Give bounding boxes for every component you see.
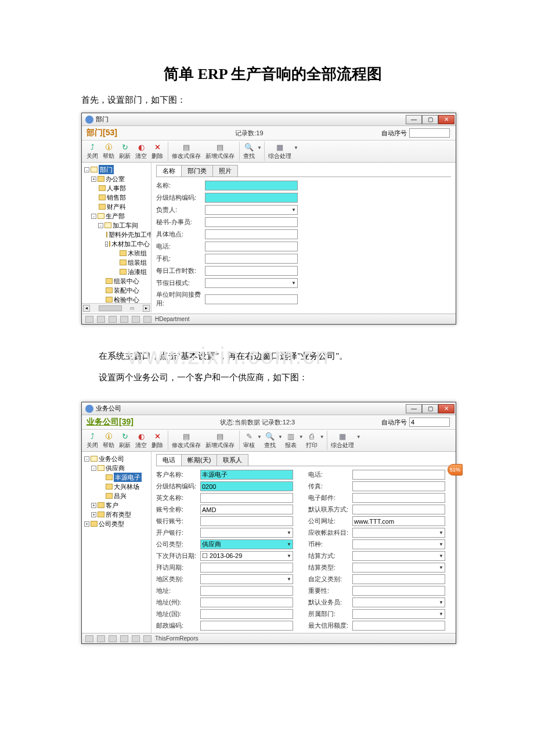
minimize-button[interactable]: —	[406, 404, 422, 413]
tree-node[interactable]: 大兴林场	[98, 482, 150, 491]
text-input[interactable]	[352, 621, 445, 631]
dropdown-caret-icon[interactable]: ▼	[320, 431, 324, 440]
department-tree[interactable]: -部门+办公室人事部销售部财产科-生产部-加工车间塑料外壳加工中-木材加工中心木…	[82, 163, 151, 312]
toolbar-清空[interactable]: ◐清空	[133, 142, 149, 161]
text-input[interactable]: AMD	[200, 505, 293, 514]
tree-node[interactable]: +办公室	[91, 174, 150, 183]
text-input[interactable]	[200, 493, 293, 503]
tree-label[interactable]: 塑料外壳加工中	[109, 230, 151, 239]
text-input[interactable]	[205, 294, 298, 304]
tree-label[interactable]: 组装组	[128, 258, 147, 267]
toolbar-打印[interactable]: ⎙打印	[304, 431, 320, 450]
tree-expand-icon[interactable]: -	[91, 466, 96, 471]
text-input[interactable]	[205, 229, 298, 239]
select-input[interactable]: ▼	[352, 597, 445, 607]
tree-node[interactable]: 财产科	[91, 202, 150, 211]
minimize-button[interactable]: —	[406, 115, 422, 124]
text-input[interactable]	[200, 563, 293, 573]
tree-node[interactable]: -木材加工中心	[105, 239, 150, 249]
text-input[interactable]	[200, 609, 293, 619]
scroll-thumb[interactable]	[99, 305, 122, 311]
text-input[interactable]	[352, 470, 445, 480]
select-input[interactable]: ▼	[205, 278, 298, 288]
tree-node[interactable]: 装配中心	[98, 286, 150, 295]
tree-expand-icon[interactable]: +	[91, 177, 96, 182]
select-input[interactable]: 供应商▼	[200, 539, 293, 549]
select-input[interactable]: ☐ 2013-06-29▼	[200, 551, 293, 561]
company-tree[interactable]: -业务公司-供应商丰源电子大兴林场昌兴+客户+所有类型+公司类型	[82, 452, 151, 633]
toolbar-帮助[interactable]: 🛈帮助	[100, 142, 117, 161]
tree-label[interactable]: 办公室	[106, 174, 125, 183]
dropdown-caret-icon[interactable]: ▼	[356, 431, 361, 440]
tab-帐期(天)[interactable]: 帐期(天)	[181, 454, 217, 466]
tree-expand-icon[interactable]: -	[98, 223, 103, 228]
text-input[interactable]	[352, 574, 445, 584]
dropdown-caret-icon[interactable]: ▼	[257, 142, 262, 150]
close-button[interactable]: ✕	[438, 115, 454, 124]
tree-scrollbar[interactable]: ◂ m ▸	[82, 303, 151, 312]
tree-label[interactable]: 加工车间	[113, 221, 138, 230]
tree-node[interactable]: -生产部	[91, 211, 150, 221]
tree-expand-icon[interactable]: -	[84, 167, 89, 172]
tree-label[interactable]: 木班组	[128, 249, 147, 258]
text-input[interactable]: www.TTT.com	[352, 516, 445, 526]
tree-node[interactable]: 丰源电子	[98, 473, 150, 482]
select-input[interactable]: ▼	[205, 205, 298, 215]
tree-expand-icon[interactable]: -	[105, 242, 108, 247]
toolbar-审核[interactable]: ✎审核	[239, 431, 257, 450]
toolbar-修改式保存[interactable]: ▤修改式保存	[168, 142, 203, 161]
select-input[interactable]: ▼	[352, 609, 445, 619]
dropdown-caret-icon[interactable]: ▼	[278, 431, 283, 440]
select-input[interactable]: ▼	[200, 528, 293, 538]
tree-node[interactable]: 塑料外壳加工中	[105, 230, 150, 239]
toolbar-删除[interactable]: ✕删除	[149, 431, 165, 450]
tree-label[interactable]: 公司类型	[99, 519, 124, 528]
text-input[interactable]	[205, 193, 298, 203]
tree-expand-icon[interactable]: -	[84, 456, 89, 462]
tree-label[interactable]: 组装中心	[114, 276, 139, 286]
toolbar-综合处理[interactable]: ▦综合处理	[327, 431, 356, 450]
tree-label[interactable]: 财产科	[107, 202, 126, 211]
tab-部门类[interactable]: 部门类	[181, 165, 213, 177]
text-input[interactable]	[352, 493, 445, 503]
toolbar-查找[interactable]: 🔍查找	[239, 142, 257, 161]
maximize-button[interactable]: ▢	[422, 115, 438, 124]
text-input[interactable]: 0200	[200, 481, 293, 491]
toolbar-刷新[interactable]: ↻刷新	[117, 142, 133, 161]
text-input[interactable]	[200, 621, 293, 631]
auto-seq-input[interactable]	[409, 128, 450, 138]
tree-node[interactable]: 油漆组	[112, 267, 150, 276]
tree-node[interactable]: -部门	[84, 165, 150, 174]
toolbar-关闭[interactable]: ⤴关闭	[84, 431, 100, 450]
toolbar-查找[interactable]: 🔍查找	[262, 431, 278, 450]
maximize-button[interactable]: ▢	[422, 404, 438, 413]
select-input[interactable]: ▼	[200, 574, 293, 584]
tree-expand-icon[interactable]: +	[84, 521, 89, 527]
tree-label[interactable]: 木材加工中心	[111, 239, 150, 249]
toolbar-帮助[interactable]: 🛈帮助	[100, 431, 117, 450]
toolbar-删除[interactable]: ✕删除	[149, 142, 165, 161]
tree-label[interactable]: 油漆组	[128, 267, 147, 276]
tab-联系人[interactable]: 联系人	[217, 454, 248, 466]
tree-node[interactable]: -供应商	[91, 463, 150, 473]
tree-label[interactable]: 生产部	[106, 211, 125, 221]
toolbar-清空[interactable]: ◐清空	[133, 431, 149, 450]
toolbar-新增式保存[interactable]: ▤新增式保存	[203, 431, 237, 450]
tree-label[interactable]: 业务公司	[99, 454, 124, 463]
tree-label[interactable]: 昌兴	[114, 491, 127, 501]
tree-node[interactable]: 销售部	[91, 193, 150, 202]
toolbar-关闭[interactable]: ⤴关闭	[84, 142, 100, 161]
tree-expand-icon[interactable]: +	[91, 503, 96, 508]
tree-label[interactable]: 大兴林场	[114, 482, 139, 491]
dropdown-caret-icon[interactable]: ▼	[299, 431, 304, 440]
tree-label[interactable]: 供应商	[106, 463, 125, 473]
text-input[interactable]	[205, 181, 298, 190]
tree-node[interactable]: +公司类型	[84, 519, 150, 528]
scroll-left-icon[interactable]: ◂	[83, 305, 90, 312]
tree-label[interactable]: 人事部	[107, 183, 126, 193]
tree-expand-icon[interactable]: +	[91, 512, 96, 517]
tree-node[interactable]: 组装组	[112, 258, 150, 267]
tree-label[interactable]: 客户	[106, 501, 118, 510]
dropdown-caret-icon[interactable]: ▼	[294, 142, 298, 150]
close-button[interactable]: ✕	[438, 404, 454, 413]
